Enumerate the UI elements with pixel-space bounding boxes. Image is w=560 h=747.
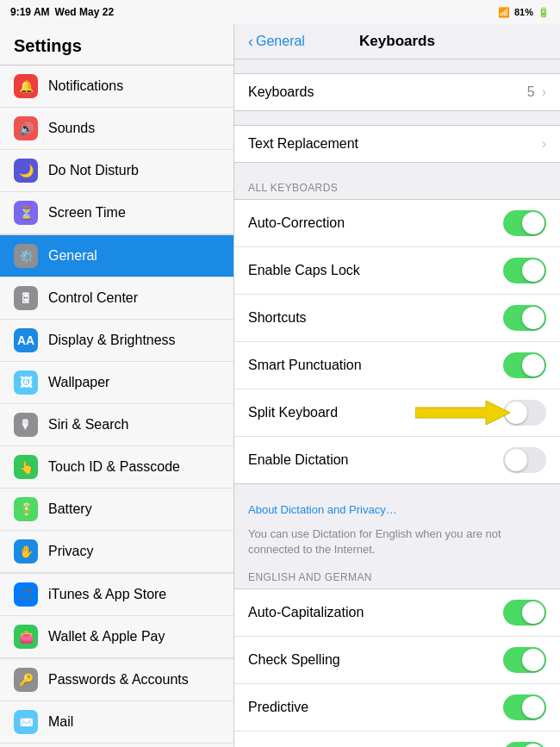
mail-icon: ✉️ <box>14 710 38 734</box>
text-replacement-group: Text Replacement › <box>234 125 560 163</box>
english-german-section-label: ENGLISH AND GERMAN <box>234 566 560 588</box>
sidebar-item-wallpaper[interactable]: 🖼 Wallpaper <box>0 362 233 404</box>
content-area: Keyboards 5 › Text Replacement › ALL KEY <box>234 59 560 747</box>
sidebar: Settings 🔔 Notifications 🔊 Sounds 🌙 Do N… <box>0 24 234 747</box>
battery-text: 81% <box>514 7 533 17</box>
predictive-knob <box>522 696 544 719</box>
check-spelling-label: Check Spelling <box>248 652 340 668</box>
sidebar-title: Settings <box>0 24 233 65</box>
smart-punctuation-knob <box>522 354 544 377</box>
siri-icon: 🎙 <box>14 413 38 437</box>
status-bar-left: 9:19 AM Wed May 22 <box>10 6 114 18</box>
touch-id-label: Touch ID & Passcode <box>48 459 180 475</box>
notifications-label: Notifications <box>48 78 123 94</box>
english-german-group: Auto-Capitalization Check Spelling Predi… <box>234 588 560 747</box>
auto-correction-toggle[interactable] <box>503 210 546 236</box>
predictive-label: Predictive <box>248 700 308 715</box>
keyboards-chevron: › <box>542 84 546 100</box>
sidebar-item-battery[interactable]: 🔋 Battery <box>0 489 233 531</box>
sidebar-item-display-brightness[interactable]: AA Display & Brightness <box>0 320 233 362</box>
do-not-disturb-icon: 🌙 <box>14 159 38 183</box>
dictation-link[interactable]: About Dictation and Privacy… <box>234 498 560 521</box>
sidebar-item-contacts[interactable]: 👤 Contacts <box>0 744 233 747</box>
enable-dictation-label: Enable Dictation <box>248 452 349 468</box>
check-spelling-row: Check Spelling <box>234 637 560 684</box>
notifications-icon: 🔔 <box>14 74 38 98</box>
screen-time-label: Screen Time <box>48 205 126 221</box>
battery-label: Battery <box>48 501 92 517</box>
enable-dictation-knob <box>505 449 527 471</box>
shortcuts-knob <box>522 307 544 329</box>
text-replacement-chevron: › <box>542 136 546 152</box>
status-bar: 9:19 AM Wed May 22 📶 81% 🔋 <box>0 0 560 24</box>
auto-correction-label: Auto-Correction <box>248 215 345 231</box>
sounds-label: Sounds <box>48 121 95 136</box>
enable-dictation-row: Enable Dictation <box>234 437 560 483</box>
split-keyboard-row: Split Keyboard <box>234 389 560 437</box>
text-replacement-label: Text Replacement <box>248 136 358 152</box>
dictation-info-text: You can use Dictation for English when y… <box>234 521 560 566</box>
general-label: General <box>48 248 97 264</box>
predictive-toggle[interactable] <box>503 694 546 720</box>
sidebar-item-general[interactable]: ⚙️ General <box>0 235 233 277</box>
passwords-icon: 🔑 <box>14 668 38 692</box>
text-replacement-row[interactable]: Text Replacement › <box>234 126 560 162</box>
nav-back-button[interactable]: ‹ General <box>248 33 305 51</box>
check-spelling-knob <box>522 649 544 671</box>
check-spelling-toggle[interactable] <box>503 647 546 673</box>
chevron-left-icon: ‹ <box>248 33 253 51</box>
auto-capitalization-label: Auto-Capitalization <box>248 605 364 620</box>
sounds-icon: 🔊 <box>14 116 38 140</box>
privacy-icon: ✋ <box>14 539 38 563</box>
text-replacement-right: › <box>542 136 546 152</box>
main-layout: Settings 🔔 Notifications 🔊 Sounds 🌙 Do N… <box>0 24 560 747</box>
enable-key-flicks-toggle[interactable] <box>503 742 546 747</box>
enable-caps-lock-toggle[interactable] <box>503 258 546 283</box>
nav-title: Keyboards <box>359 33 435 50</box>
touch-id-icon: 👆 <box>14 455 38 479</box>
sidebar-item-sounds[interactable]: 🔊 Sounds <box>0 108 233 150</box>
control-center-icon: 🎛 <box>14 286 38 310</box>
status-bar-right: 📶 81% 🔋 <box>498 7 550 18</box>
enable-caps-lock-row: Enable Caps Lock <box>234 247 560 295</box>
sidebar-item-notifications[interactable]: 🔔 Notifications <box>0 65 233 108</box>
keyboards-label: Keyboards <box>248 84 314 100</box>
status-time: 9:19 AM <box>10 6 50 18</box>
auto-capitalization-toggle[interactable] <box>503 600 546 626</box>
general-icon: ⚙️ <box>14 244 38 268</box>
smart-punctuation-toggle[interactable] <box>503 352 546 378</box>
nav-back-label[interactable]: General <box>256 34 305 49</box>
keyboards-row[interactable]: Keyboards 5 › <box>234 74 560 110</box>
smart-punctuation-label: Smart Punctuation <box>248 358 362 373</box>
sidebar-item-touch-id[interactable]: 👆 Touch ID & Passcode <box>0 446 233 489</box>
sidebar-item-mail[interactable]: ✉️ Mail <box>0 701 233 744</box>
itunes-label: iTunes & App Store <box>48 587 166 602</box>
sidebar-item-wallet[interactable]: 👛 Wallet & Apple Pay <box>0 616 233 658</box>
smart-punctuation-row: Smart Punctuation <box>234 342 560 389</box>
enable-caps-lock-knob <box>522 259 544 282</box>
sidebar-item-control-center[interactable]: 🎛 Control Center <box>0 277 233 320</box>
keyboards-row-right: 5 › <box>527 84 546 100</box>
battery-icon: 🔋 <box>538 7 550 18</box>
sidebar-item-do-not-disturb[interactable]: 🌙 Do Not Disturb <box>0 150 233 192</box>
wifi-icon: 📶 <box>498 7 510 18</box>
screen-time-icon: ⏳ <box>14 201 38 225</box>
wallet-label: Wallet & Apple Pay <box>48 629 165 644</box>
right-panel: ‹ General Keyboards Keyboards 5 › <box>234 24 560 747</box>
status-date: Wed May 22 <box>55 6 114 18</box>
all-keyboards-section-label: ALL KEYBOARDS <box>234 177 560 199</box>
svg-marker-0 <box>415 401 510 425</box>
sidebar-item-screen-time[interactable]: ⏳ Screen Time <box>0 192 233 234</box>
predictive-row: Predictive <box>234 684 560 731</box>
sidebar-item-passwords[interactable]: 🔑 Passwords & Accounts <box>0 659 233 701</box>
sidebar-item-siri-search[interactable]: 🎙 Siri & Search <box>0 404 233 446</box>
enable-key-flicks-knob <box>522 744 544 747</box>
keyboards-group: Keyboards 5 › <box>234 73 560 111</box>
sidebar-item-privacy[interactable]: ✋ Privacy <box>0 531 233 573</box>
sidebar-item-itunes[interactable]: 🎵 iTunes & App Store <box>0 574 233 616</box>
do-not-disturb-label: Do Not Disturb <box>48 163 139 178</box>
enable-dictation-toggle[interactable] <box>503 447 546 473</box>
shortcuts-toggle[interactable] <box>503 305 546 331</box>
mail-label: Mail <box>48 714 73 730</box>
wallpaper-icon: 🖼 <box>14 370 38 395</box>
